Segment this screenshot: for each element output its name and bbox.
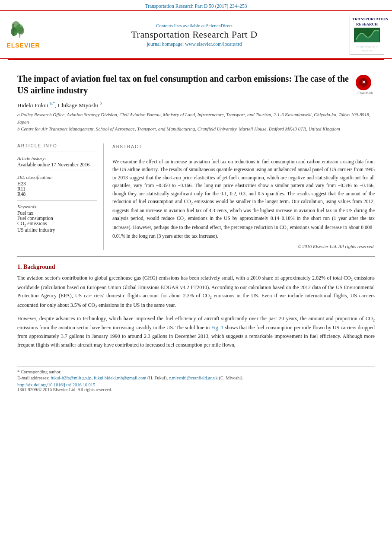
email-miyoshi[interactable]: c.miyoshi@cranfield.ac.uk xyxy=(169,376,218,380)
jel-r48: R48 xyxy=(17,191,97,197)
page: Transportation Research Part D 50 (2017)… xyxy=(0,0,392,535)
abstract-label: ABSTRACT xyxy=(112,143,375,150)
email-addresses: E-mail addresses: fukui-h2fa@mlit.go.jp,… xyxy=(17,376,375,380)
elsevier-logo: ELSEVIER xyxy=(8,20,39,49)
footer: * Corresponding author. E-mail addresses… xyxy=(17,366,375,392)
sciencedirect-link[interactable]: ScienceDirect xyxy=(206,23,233,28)
contents-line: Contents lists available at ScienceDirec… xyxy=(39,23,350,28)
contents-label: Contents lists available at xyxy=(156,23,205,28)
journal-homepage[interactable]: journal homepage: www.elsevier.com/locat… xyxy=(39,41,350,47)
abstract-divider xyxy=(112,154,375,154)
article-title: The impact of aviation fuel tax on fuel … xyxy=(17,73,351,96)
doi-link[interactable]: http://dx.doi.org/10.1016/j.trd.2016.10.… xyxy=(17,382,375,387)
transport-logo-graphic xyxy=(354,28,380,42)
article-info-column: ARTICLE INFO Article history: Available … xyxy=(17,143,104,250)
article-info-label: ARTICLE INFO xyxy=(17,143,97,148)
journal-title: Transportation Research Part D xyxy=(39,29,350,40)
top-journal-link[interactable]: Transportation Research Part D 50 (2017)… xyxy=(0,0,392,10)
issn-line: 1361-9209/© 2016 Elsevier Ltd. All right… xyxy=(17,387,375,392)
transport-logo-title: TRANSPORTATIONRESEARCH xyxy=(352,17,382,27)
journal-reference: Transportation Research Part D 50 (2017)… xyxy=(145,3,247,9)
journal-header: ELSEVIER Contents lists available at Sci… xyxy=(0,10,392,59)
journal-header-center: Contents lists available at ScienceDirec… xyxy=(39,23,350,47)
crossmark-icon: ✕ xyxy=(362,80,366,85)
email-values[interactable]: fukui-h2fa@mlit.go.jp xyxy=(51,376,92,380)
crossmark-label: CrossMark xyxy=(356,91,375,95)
background-para1: The aviation sector's contribution to gl… xyxy=(17,274,375,310)
keyword-airline: US airline industry xyxy=(17,227,97,232)
transport-logo-sub: For the Progress of Mankind xyxy=(352,45,382,53)
email-miyoshi-name: (C. Miyoshi). xyxy=(219,376,243,380)
info-divider-2 xyxy=(17,171,97,171)
affiliation-a: a Policy Research Office, Aviation Strat… xyxy=(17,111,375,125)
svg-point-5 xyxy=(18,27,24,35)
available-online: Available online 17 November 2016 xyxy=(17,162,97,167)
info-divider-3 xyxy=(17,200,97,201)
section-divider xyxy=(17,256,375,257)
jel-h23: H23 xyxy=(17,181,97,186)
transport-logo: TRANSPORTATIONRESEARCH For the Progress … xyxy=(350,15,384,55)
background-para2: However, despite advances in technology,… xyxy=(17,315,375,350)
email-gmail[interactable]: fukui.hideki.mb@gmail.com xyxy=(94,376,146,380)
elsevier-wordmark: ELSEVIER xyxy=(6,42,40,49)
abstract-text: We examine the effect of an increase in … xyxy=(112,158,375,240)
corresponding-note: * Corresponding author. xyxy=(17,369,375,374)
abstract-column: ABSTRACT We examine the effect of an inc… xyxy=(112,143,375,250)
article-info-abstract: ARTICLE INFO Article history: Available … xyxy=(17,139,375,250)
history-label: Article history: xyxy=(17,156,97,161)
info-divider-1 xyxy=(17,152,97,152)
keyword-fuel-tax: Fuel tax xyxy=(17,210,97,216)
fig1-link[interactable]: Fig. 1 xyxy=(211,325,223,331)
jel-r11: R11 xyxy=(17,186,97,191)
email-fukui-name: (H. Fukui), xyxy=(147,376,169,380)
affiliations: a Policy Research Office, Aviation Strat… xyxy=(17,111,375,133)
article-title-area: The impact of aviation fuel tax on fuel … xyxy=(17,73,375,96)
elsevier-tree-icon xyxy=(11,20,36,41)
keyword-fuel-consumption: Fuel consumption xyxy=(17,216,97,221)
background-heading: 1. Background xyxy=(17,264,375,271)
affiliation-b: b Centre for Air Transport Management, S… xyxy=(17,125,375,133)
copyright: © 2016 Elsevier Ltd. All rights reserved… xyxy=(112,243,375,251)
jel-label: JEL classification: xyxy=(17,175,97,180)
authors: Hideki Fukui a,*, Chikage Miyoshi b xyxy=(17,101,375,109)
crossmark-badge: ✕ CrossMark xyxy=(356,75,375,95)
keyword-co2: CO2 emissions xyxy=(17,221,97,227)
keywords-label: Keywords: xyxy=(17,204,97,209)
email-label: E-mail addresses: xyxy=(17,376,51,380)
main-content: The impact of aviation fuel tax on fuel … xyxy=(0,60,392,359)
